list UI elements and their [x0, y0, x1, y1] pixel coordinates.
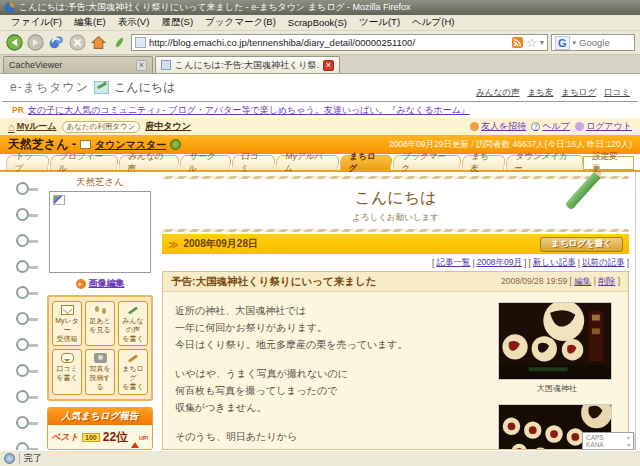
- scrapbook-leaf-icon[interactable]: [110, 34, 128, 52]
- invite-friend-link[interactable]: 友人を招待: [470, 120, 526, 133]
- binder-ring-icon: [16, 390, 29, 403]
- entry-nav-links: [ 記事一覧 | 2008年09月 ][ 新しい記事 | 以前の記事 ]: [162, 254, 629, 271]
- search-box[interactable]: G ▾: [551, 34, 635, 51]
- blog-page-name: こんにちは: [114, 79, 175, 96]
- pr-link[interactable]: 女の子に大人気のコミュニティ♪ - ブログ・アバター等で楽しめちゃう。友達いっぱ…: [28, 104, 470, 117]
- url-input[interactable]: [149, 37, 509, 48]
- page-favicon: [135, 37, 146, 48]
- binder-ring-icon: [16, 260, 29, 273]
- nav-tab[interactable]: サークル: [179, 155, 232, 170]
- menu-item[interactable]: ファイル(F): [6, 15, 67, 30]
- home-button[interactable]: [89, 34, 107, 52]
- entry-nav-link[interactable]: 以前の記事: [582, 257, 625, 269]
- top-link[interactable]: まち友: [527, 87, 553, 99]
- nav-tab[interactable]: まち友: [461, 155, 506, 170]
- button-label: 受信箱: [54, 335, 80, 344]
- settings-button[interactable]: 設定変更: [583, 156, 634, 170]
- forward-button[interactable]: [26, 34, 44, 52]
- stop-button[interactable]: [68, 34, 86, 52]
- status-text: 完了: [24, 452, 42, 465]
- menu-item[interactable]: ヘルプ(H): [407, 15, 459, 30]
- myroom-link[interactable]: ⌂Myルーム: [8, 120, 57, 133]
- bookmark-star-icon[interactable]: ☆: [526, 36, 537, 50]
- search-input[interactable]: [579, 37, 631, 48]
- article-title: 予告:大国魂神社くり祭りにいって来ました: [171, 275, 376, 289]
- nav-tab[interactable]: タウンメイカー: [505, 155, 583, 170]
- page-viewport: e-まちタウン こんにちは みんなの声まち友まちログ口コミ PR 女の子に大人気…: [0, 74, 640, 450]
- sidebar-action-button[interactable]: みんなの声を書く: [118, 301, 148, 346]
- nav-tab[interactable]: 口コミ: [232, 155, 277, 170]
- townmaster-link[interactable]: タウンマスター: [95, 138, 166, 152]
- entry-nav-link[interactable]: 新しい記事: [533, 257, 576, 269]
- entry-date: 2008年09月28日: [183, 237, 258, 251]
- nav-tab[interactable]: プロフィール: [49, 155, 119, 170]
- top-link[interactable]: まちログ: [561, 87, 596, 99]
- browser-tab[interactable]: CacheViewer×: [3, 56, 153, 73]
- menu-item[interactable]: 表示(V): [113, 15, 155, 30]
- rss-icon[interactable]: [512, 37, 523, 48]
- sidebar-action-button[interactable]: 足あとを見る: [85, 301, 115, 346]
- separator: |: [472, 258, 474, 268]
- kuchikomi-icon: [61, 353, 74, 363]
- machilog-pen-icon: [127, 353, 140, 363]
- top-link[interactable]: みんなの声: [476, 87, 519, 99]
- ime-status-box: CAPSKANA: [582, 432, 634, 450]
- entry-nav-link[interactable]: 2008年09月: [477, 257, 522, 269]
- edit-image-link[interactable]: 画像編集: [89, 277, 125, 290]
- town-link[interactable]: 府中タウン: [145, 120, 191, 133]
- firefox-icon: [4, 2, 15, 13]
- menu-item[interactable]: 履歴(S): [156, 15, 198, 30]
- entry-nav-link[interactable]: 記事一覧: [436, 257, 470, 269]
- site-brand[interactable]: e-まちタウン: [10, 79, 89, 96]
- menu-item[interactable]: 編集(E): [69, 15, 111, 30]
- turtle-icon: [170, 139, 181, 150]
- help-link[interactable]: ?ヘルプ: [531, 120, 570, 133]
- write-machilog-button[interactable]: まちログを書く: [540, 237, 623, 252]
- nav-tab[interactable]: Myアルバム: [276, 155, 340, 170]
- torn-edge-bottom: [162, 229, 629, 232]
- window-title: こんにちは:予告:大国魂神社くり祭りにいって来ました - e-まちタウン まちロ…: [19, 1, 411, 14]
- nav-tab[interactable]: まちログ: [339, 155, 392, 170]
- scrapbook-status-icon[interactable]: [4, 453, 15, 464]
- blog-subtitle: よろしくお願いします: [162, 212, 629, 224]
- nav-tab[interactable]: みんなの声: [119, 155, 180, 170]
- sidebar-action-button[interactable]: 写真を投稿する: [85, 349, 115, 394]
- blog-header: こんにちは よろしくお願いします: [162, 172, 629, 234]
- visitor-stats: 2008年09月29日更新 / 訪問者数 46637人(今日:16人 昨日:12…: [389, 139, 632, 151]
- reload-button[interactable]: [47, 34, 65, 52]
- tab-label: CacheViewer: [9, 60, 132, 70]
- date-chevron-icon: ≫: [168, 239, 178, 250]
- sidebar-action-button[interactable]: まちログを書く: [118, 349, 148, 394]
- top-link[interactable]: 口コミ: [604, 87, 630, 99]
- article-header: 予告:大国魂神社くり祭りにいって来ました 2008/09/28 19:59 [ …: [163, 272, 628, 292]
- tab-close-icon[interactable]: ×: [323, 60, 334, 71]
- site-top-links: みんなの声まち友まちログ口コミ: [476, 87, 630, 99]
- tab-close-icon[interactable]: ×: [136, 60, 147, 71]
- header-pencil-icon: [94, 81, 109, 94]
- search-engine-caret-icon[interactable]: ▾: [573, 39, 577, 47]
- article-paragraph: 近所の神社、大国魂神社では一年に何回かお祭りがあります。今日はくり祭り。地元多摩…: [175, 302, 486, 353]
- url-bar[interactable]: ☆ ▾: [131, 34, 548, 51]
- ranking-body: ベスト 100 22位 UP!: [48, 425, 152, 450]
- edit-link[interactable]: 編集: [574, 276, 591, 286]
- button-label: を書く: [120, 383, 146, 392]
- ime-indicator: CAPS: [586, 434, 630, 441]
- menu-item[interactable]: ScrapBook(S): [283, 16, 352, 29]
- menu-item[interactable]: ツール(T): [354, 15, 405, 30]
- logout-link[interactable]: ログアウト: [575, 120, 632, 133]
- nav-tab[interactable]: ブックマーク: [392, 155, 462, 170]
- delete-link[interactable]: 削除: [598, 276, 615, 286]
- sidebar-action-button[interactable]: Myレター受信箱: [52, 301, 82, 346]
- nav-tab[interactable]: トップ: [5, 155, 50, 170]
- sidebar-action-button[interactable]: 口コミを書く: [52, 349, 82, 394]
- binder-ring-icon: [16, 312, 29, 325]
- best-label: ベスト: [51, 431, 79, 444]
- back-button[interactable]: [5, 34, 23, 52]
- browser-tab[interactable]: こんにちは:予告:大国魂神社くり祭...×: [155, 56, 340, 73]
- firefox-window: こんにちは:予告:大国魂神社くり祭りにいって来ました - e-まちタウン まちロ…: [0, 0, 640, 466]
- url-dropdown-icon[interactable]: ▾: [540, 38, 544, 47]
- menu-item[interactable]: ブックマーク(B): [200, 15, 281, 30]
- google-logo-icon[interactable]: G: [555, 36, 570, 50]
- status-bar: 完了: [0, 450, 640, 466]
- binder-ring-icon: [16, 286, 29, 299]
